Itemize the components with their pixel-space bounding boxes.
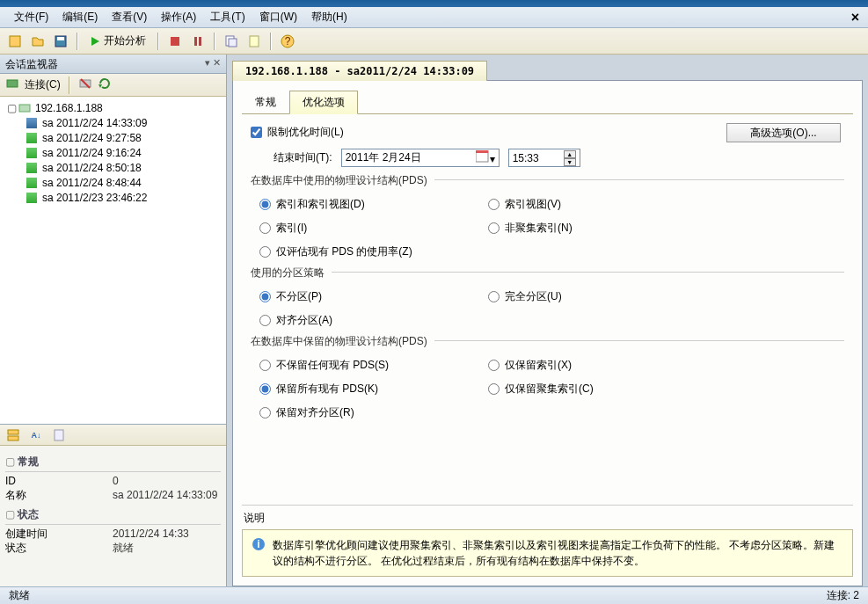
tree-session-item[interactable]: sa 2011/2/23 23:46:22 <box>4 190 222 205</box>
disconnect-icon[interactable] <box>78 76 92 93</box>
svg-rect-6 <box>199 37 201 46</box>
opt-no-partition[interactable]: 不分区(P) <box>259 289 479 304</box>
opt-keep-all[interactable]: 保留所有现有 PDS(K) <box>259 382 479 397</box>
props-page-icon[interactable] <box>49 426 69 445</box>
opt-indexes-and-views[interactable]: 索引和索引视图(D) <box>259 197 479 212</box>
tree-session-item[interactable]: sa 2011/2/24 14:33:09 <box>4 115 222 130</box>
sort-az-icon[interactable]: A↓ <box>26 426 46 445</box>
start-analysis-button[interactable]: 开始分析 <box>84 33 151 48</box>
menu-edit[interactable]: 编辑(E) <box>55 7 105 27</box>
connect-label[interactable]: 连接(C) <box>25 77 61 92</box>
close-icon[interactable]: × <box>851 10 859 25</box>
svg-rect-12 <box>7 80 18 87</box>
svg-rect-0 <box>10 36 20 47</box>
tree-session-item[interactable]: sa 2011/2/24 8:48:44 <box>4 175 222 190</box>
tab-general[interactable]: 常规 <box>242 91 289 114</box>
spinner-icon[interactable]: ▲▼ <box>564 150 576 166</box>
help-icon[interactable]: ? <box>278 32 297 51</box>
session-icon <box>25 191 39 205</box>
pause-icon[interactable] <box>188 32 208 51</box>
description-box: i 数据库引擎优化顾问建议使用聚集索引、非聚集索引以及索引视图来提高指定工作负荷… <box>242 529 853 577</box>
categorize-icon[interactable] <box>4 426 23 445</box>
stop-icon[interactable] <box>165 32 185 51</box>
connect-icon[interactable] <box>5 76 19 93</box>
opt-full-partition[interactable]: 完全分区(U) <box>488 289 708 304</box>
menu-action[interactable]: 操作(A) <box>154 7 203 27</box>
opt-evaluate-existing[interactable]: 仅评估现有 PDS 的使用率(Z) <box>259 244 708 259</box>
svg-text:?: ? <box>285 35 291 47</box>
tree-session-item[interactable]: sa 2011/2/24 9:16:24 <box>4 145 222 160</box>
session-icon <box>25 146 39 160</box>
session-monitor-title: 会话监视器▾ ✕ <box>0 55 226 74</box>
pds-keep-group-label: 在数据库中保留的物理设计结构(PDS) <box>251 335 434 347</box>
end-time-label: 结束时间(T): <box>274 150 332 165</box>
end-date-picker[interactable]: 2011年 2月24日 ▾ <box>341 149 500 167</box>
play-icon <box>90 36 100 47</box>
opt-keep-none[interactable]: 不保留任何现有 PDS(S) <box>259 358 479 373</box>
menubar: 文件(F) 编辑(E) 查看(V) 操作(A) 工具(T) 窗口(W) 帮助(H… <box>0 7 868 28</box>
opt-indexed-views[interactable]: 索引视图(V) <box>488 197 708 212</box>
partition-group-label: 使用的分区策略 <box>251 266 332 279</box>
refresh-icon[interactable] <box>98 76 112 93</box>
tree-session-item[interactable]: sa 2011/2/24 8:50:18 <box>4 160 222 175</box>
opt-keep-aligned-partition[interactable]: 保留对齐分区(R) <box>259 405 479 420</box>
toolbar: 开始分析 ? <box>0 28 868 55</box>
advanced-options-button[interactable]: 高级选项(O)... <box>726 123 841 142</box>
info-icon: i <box>252 537 266 551</box>
session-icon <box>25 131 39 145</box>
script-icon[interactable] <box>244 32 264 51</box>
svg-rect-18 <box>8 436 18 440</box>
save-icon[interactable] <box>51 32 70 51</box>
copy-icon[interactable] <box>222 32 241 51</box>
svg-rect-4 <box>171 37 179 46</box>
limit-tuning-time-label: 限制优化时间(L) <box>267 125 344 140</box>
svg-rect-8 <box>229 39 237 47</box>
statusbar: 就绪 连接: 2 <box>0 586 868 604</box>
status-connections: 连接: 2 <box>827 588 859 603</box>
description-label: 说明 <box>244 511 853 526</box>
menu-tools[interactable]: 工具(T) <box>203 7 252 27</box>
tab-tuning-options[interactable]: 优化选项 <box>289 91 358 114</box>
menu-help[interactable]: 帮助(H) <box>304 7 354 27</box>
session-tree[interactable]: ▢ 192.168.1.188 sa 2011/2/24 14:33:09 sa… <box>0 97 226 424</box>
svg-marker-3 <box>91 37 99 46</box>
tree-session-item[interactable]: sa 2011/2/24 9:27:58 <box>4 130 222 145</box>
opt-keep-clustered-only[interactable]: 仅保留聚集索引(C) <box>488 382 708 397</box>
opt-aligned-partition[interactable]: 对齐分区(A) <box>259 313 479 328</box>
session-icon <box>25 161 39 175</box>
svg-text:i: i <box>257 538 259 550</box>
svg-rect-21 <box>476 150 488 153</box>
pds-use-group-label: 在数据库中使用的物理设计结构(PDS) <box>251 174 434 186</box>
opt-keep-indexes-only[interactable]: 仅保留索引(X) <box>488 358 708 373</box>
svg-rect-16 <box>19 105 30 112</box>
document-tab[interactable]: 192.168.1.188 - sa2011/2/24 14:33:09 <box>232 61 487 81</box>
menu-file[interactable]: 文件(F) <box>7 7 55 27</box>
opt-nonclustered[interactable]: 非聚集索引(N) <box>488 221 708 236</box>
tree-server-node[interactable]: ▢ 192.168.1.188 <box>4 100 222 115</box>
svg-rect-19 <box>55 430 63 440</box>
menu-window[interactable]: 窗口(W) <box>252 7 304 27</box>
opt-indexes[interactable]: 索引(I) <box>259 221 479 236</box>
svg-rect-17 <box>8 430 18 434</box>
svg-rect-2 <box>57 37 64 40</box>
svg-rect-5 <box>194 37 197 46</box>
svg-rect-9 <box>250 36 259 47</box>
svg-marker-15 <box>98 84 102 88</box>
menu-view[interactable]: 查看(V) <box>105 7 154 27</box>
server-icon <box>18 101 32 115</box>
open-icon[interactable] <box>28 32 47 51</box>
status-text: 就绪 <box>9 588 30 603</box>
session-icon <box>25 116 39 130</box>
limit-tuning-time-checkbox[interactable] <box>251 127 262 138</box>
new-session-icon[interactable] <box>5 32 25 51</box>
session-icon <box>25 176 39 190</box>
calendar-dropdown-icon[interactable]: ▾ <box>476 150 495 165</box>
property-grid: ▢ 常规 ID0 名称sa 2011/2/24 14:33:09 ▢ 状态 创建… <box>0 446 226 586</box>
end-time-spinner[interactable]: 15:33 ▲▼ <box>508 149 580 167</box>
